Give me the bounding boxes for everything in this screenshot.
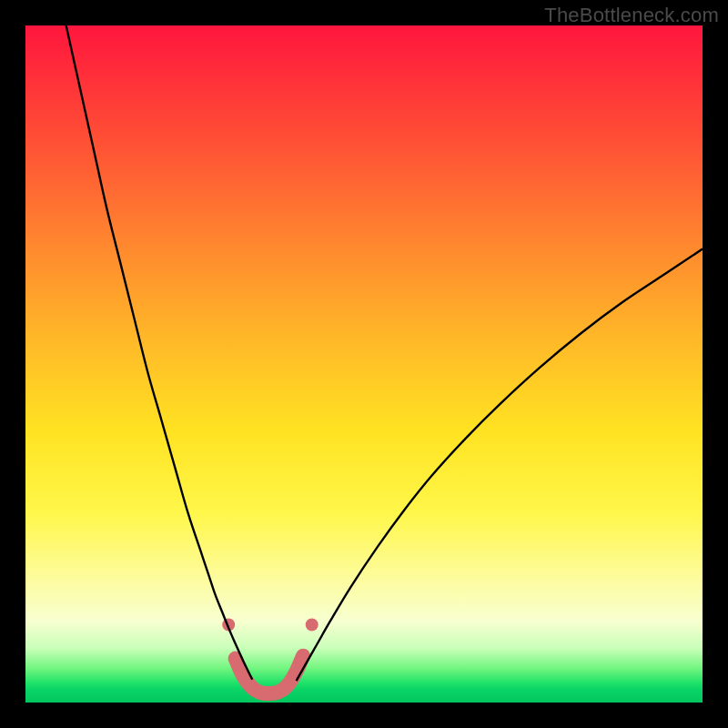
left-curve xyxy=(66,25,253,680)
curve-layer xyxy=(25,25,703,703)
right-curve xyxy=(297,249,703,682)
marker-right xyxy=(306,618,318,631)
chart-frame: TheBottleneck.com xyxy=(0,0,728,728)
plot-area xyxy=(25,25,703,703)
trough-band xyxy=(236,656,303,693)
watermark-text: TheBottleneck.com xyxy=(544,4,719,27)
